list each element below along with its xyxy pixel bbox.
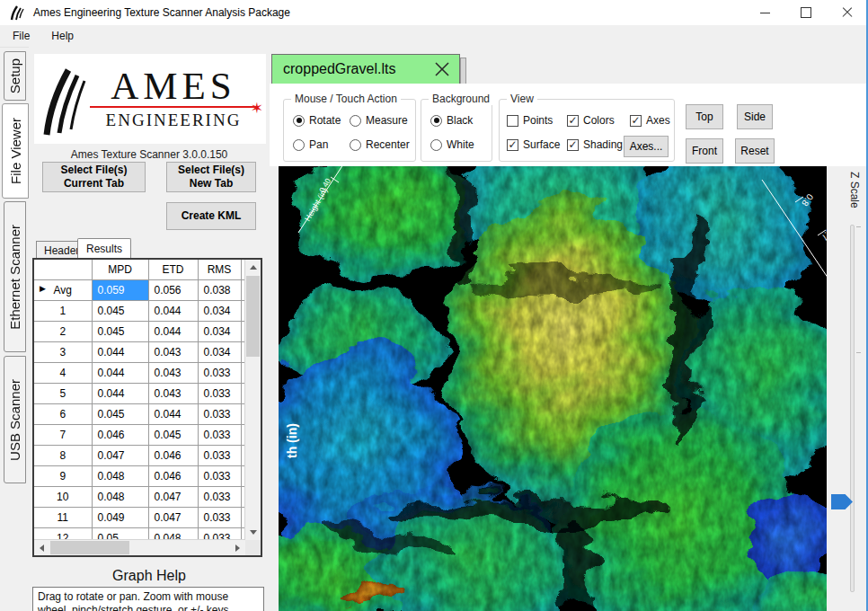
cell-mpd[interactable]: 0.045 [92,300,148,321]
z-scale-slider-track[interactable] [850,225,855,592]
sidebar-tab-file-viewer[interactable]: File Viewer [2,103,29,199]
cell-rms[interactable]: 0.033 [198,486,241,507]
checkbox-shading[interactable]: Shading [567,138,623,151]
maximize-button[interactable] [785,0,827,25]
cell-rms[interactable]: 0.033 [198,362,241,383]
cell-etd[interactable]: 0.043 [148,362,198,383]
cell-etd[interactable]: 0.044 [148,403,198,424]
cell-rms[interactable]: 0.033 [198,403,241,424]
radio-measure[interactable]: Measure [350,114,408,127]
row-header[interactable]: 7 [34,424,92,445]
vertical-scrollbar[interactable] [244,260,261,540]
radio-pan[interactable]: Pan [293,138,328,151]
cell-mpd[interactable]: 0.059 [92,279,148,300]
cell-rms[interactable]: 0.038 [198,279,241,300]
cell-mpd[interactable]: 0.044 [92,383,148,403]
horizontal-scroll-thumb[interactable] [50,541,129,554]
row-header[interactable]: 3 [34,341,92,362]
col-mpd[interactable]: MPD [92,260,148,279]
cell-etd[interactable]: 0.044 [148,300,198,321]
radio-recenter[interactable]: Recenter [350,138,410,151]
cell-etd[interactable]: 0.046 [148,445,198,465]
table-row: 110.0490.0470.0330.0 [34,507,261,527]
row-header[interactable]: 1 [34,300,92,321]
scroll-right-icon[interactable] [230,540,245,555]
cell-mpd[interactable]: 0.049 [92,507,148,527]
cell-mpd[interactable]: 0.045 [92,403,148,424]
checkbox-points[interactable]: Points [507,114,553,127]
row-header[interactable]: 4 [34,362,92,383]
cell-etd[interactable]: 0.056 [148,279,198,300]
cell-etd[interactable]: 0.047 [148,507,198,527]
sidebar-tab-setup[interactable]: Setup [4,51,26,101]
cell-rms[interactable]: 0.033 [198,465,241,486]
scroll-down-icon[interactable] [245,525,261,540]
view-reset-button[interactable]: Reset [735,138,775,164]
cell-mpd[interactable]: 0.044 [92,362,148,383]
tab-results[interactable]: Results [77,238,131,259]
checkbox-surface[interactable]: Surface [507,138,560,151]
surface-3d-viewport[interactable]: Height (in) 0.40 0.8 0.7 th (in) [279,166,827,611]
create-kml-button[interactable]: Create KML [166,202,256,230]
tab-close-icon[interactable] [432,59,452,79]
cell-rms[interactable]: 0.034 [198,300,241,321]
cell-mpd[interactable]: 0.047 [92,445,148,465]
table-row: 70.0460.0450.0330.0 [34,424,261,445]
cell-etd[interactable]: 0.043 [148,383,198,403]
row-header[interactable]: 5 [34,383,92,403]
menu-help[interactable]: Help [42,26,83,46]
checkbox-axes[interactable]: Axes [630,114,670,127]
radio-rotate[interactable]: Rotate [293,114,341,127]
vertical-scroll-thumb[interactable] [246,276,260,357]
col-rms[interactable]: RMS [198,260,241,279]
cell-rms[interactable]: 0.033 [198,424,241,445]
radio-black[interactable]: Black [430,114,473,127]
view-top-button[interactable]: Top [686,104,723,129]
row-header[interactable]: 6 [34,403,92,424]
menu-file[interactable]: File [4,26,39,46]
radio-white[interactable]: White [430,138,474,151]
view-front-button[interactable]: Front [686,138,723,164]
row-header[interactable]: 11 [34,507,92,527]
cell-mpd[interactable]: 0.048 [92,486,148,507]
cell-mpd[interactable]: 0.046 [92,424,148,445]
cell-rms[interactable]: 0.033 [198,445,241,465]
row-header[interactable]: 10 [34,486,92,507]
cell-mpd[interactable]: 0.048 [92,465,148,486]
cell-mpd[interactable]: 0.045 [92,321,148,341]
cell-etd[interactable]: 0.047 [148,486,198,507]
cell-mpd[interactable]: 0.044 [92,341,148,362]
cell-rms[interactable]: 0.034 [198,321,241,341]
sidebar-tab-usb-scanner[interactable]: USB Scanner [4,356,26,483]
z-scale-label: Z Scale [848,172,861,208]
minimize-button[interactable] [744,0,785,25]
checkbox-colors[interactable]: Colors [567,114,615,127]
col-rowheader[interactable] [34,260,92,279]
cell-etd[interactable]: 0.043 [148,341,198,362]
cell-etd[interactable]: 0.045 [148,424,198,445]
scroll-left-icon[interactable] [34,540,49,555]
row-header[interactable]: ▶Avg [34,279,92,300]
cell-etd[interactable]: 0.046 [148,465,198,486]
side-tab-strip: Setup File Viewer Ethernet Scanner USB S… [0,47,29,611]
select-files-new-tab-button[interactable]: Select File(s) New Tab [166,162,256,192]
row-header[interactable]: 8 [34,445,92,465]
view-side-button[interactable]: Side [737,104,773,129]
cell-etd[interactable]: 0.044 [148,321,198,341]
cell-rms[interactable]: 0.033 [198,383,241,403]
close-button[interactable] [827,0,868,25]
row-header[interactable]: 9 [34,465,92,486]
sidebar-tab-ethernet-scanner[interactable]: Ethernet Scanner [4,201,26,352]
scroll-up-icon[interactable] [245,260,261,275]
cell-rms[interactable]: 0.034 [198,341,241,362]
horizontal-scrollbar[interactable] [34,539,245,555]
cell-rms[interactable]: 0.033 [198,507,241,527]
table-header-row: MPD ETD RMS [34,260,261,279]
3d-surface-render[interactable]: Height (in) 0.40 0.8 0.7 th (in) [279,166,827,611]
col-etd[interactable]: ETD [148,260,198,279]
row-header[interactable]: 2 [34,321,92,341]
document-tab[interactable]: croppedGravel.lts [271,54,460,84]
checkbox-label: Surface [523,138,560,151]
axes-options-button[interactable]: Axes... [624,136,669,157]
select-files-current-tab-button[interactable]: Select File(s) Current Tab [42,162,146,192]
